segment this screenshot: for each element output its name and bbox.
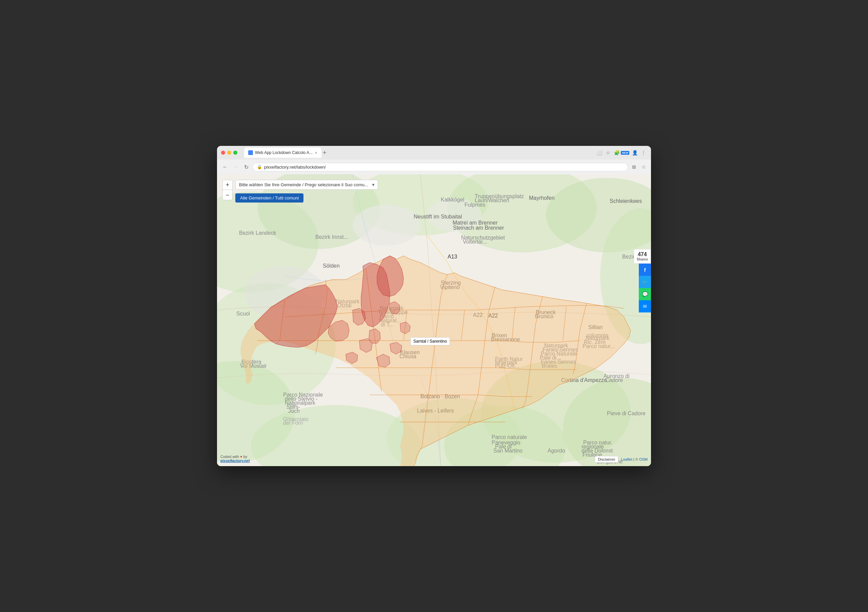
tab-bar: Web App Lockdown Calcolo A... ✕ + [244,148,326,158]
brand-link[interactable]: pixxelfactory.net [220,459,250,463]
browser-window: Web App Lockdown Calcolo A... ✕ + ⬜ ☆ 🧩 … [217,146,651,466]
profile-icon[interactable]: 👤 [631,149,638,156]
zoom-out-button[interactable]: − [222,190,232,200]
twitter-icon: 🐦 [642,280,648,284]
zoom-in-button[interactable]: + [222,180,232,190]
map-background: A13 A22 Mayrhofen Neustift im Stubaital … [217,174,651,466]
refresh-button[interactable]: ↻ [243,163,250,172]
svg-text:Voltertal...: Voltertal... [463,239,487,245]
maximize-traffic-light[interactable] [233,151,237,155]
share-panel: 474 Shares f 🐦 💬 ✉ [634,249,651,312]
osm-link[interactable]: OSM [639,457,648,461]
svg-text:Joch: Joch [288,408,300,414]
whatsapp-icon: 💬 [642,291,648,297]
heart-icon: ♥ [240,455,243,459]
svg-text:Neustift im Stubaital: Neustift im Stubaital [414,214,462,219]
municipality-dropdown[interactable]: Bitte wählen Sie Ihre Gemeinde / Prego s… [235,180,378,190]
all-municipalities-button[interactable]: Alle Gemeinden / Tutti comuni [235,193,304,202]
share-count-box: 474 Shares [634,249,651,264]
svg-text:Bezirk Landeck: Bezirk Landeck [239,230,276,236]
share-count-number: 474 [637,252,648,258]
svg-text:Laun/Walchen: Laun/Walchen [475,197,509,203]
svg-text:Bezirk Innst...: Bezirk Innst... [315,234,348,240]
minimize-traffic-light[interactable] [227,151,231,155]
svg-text:Schleienkees: Schleienkees [610,198,642,204]
svg-text:Mayrhofen: Mayrhofen [529,195,555,201]
title-bar: Web App Lockdown Calcolo A... ✕ + ⬜ ☆ 🧩 … [217,146,651,160]
share-icon[interactable]: ⬜ [596,149,603,156]
map-footer: Coded with ♥ by pixxelfactory.net [220,455,250,463]
menu-icon[interactable]: ⋮ [640,149,647,156]
share-count-label: Shares [637,258,648,261]
leaflet-attribution: Leaflet | © OSM [621,457,648,461]
svg-text:Kalkkögel: Kalkkögel [441,197,464,202]
attribution-separator: | © [633,457,639,461]
map-attribution: Disclaimer Leaflet | © OSM [595,456,648,463]
new-tab-button[interactable]: + [323,150,327,156]
messenger-icon: ✉ [643,304,647,309]
svg-text:A13: A13 [448,254,457,259]
svg-text:Steinach am Brenner: Steinach am Brenner [453,225,504,231]
back-button[interactable]: ← [221,163,229,171]
svg-text:Scuol: Scuol [236,311,250,317]
close-traffic-light[interactable] [221,151,225,155]
address-bar: ← → ↻ 🔒 pixxelfactory.net/labs/lockdown/… [217,160,651,174]
svg-text:Pieve di Cadore: Pieve di Cadore [607,410,646,416]
facebook-icon: f [644,267,646,273]
map-tooltip: Sarntal / Sarentino [410,337,450,345]
disclaimer-button[interactable]: Disclaimer [595,456,618,463]
facebook-share-button[interactable]: f [639,264,651,276]
extension-icon[interactable]: 🧩 [613,149,620,156]
municipality-dropdown-wrapper: Bitte wählen Sie Ihre Gemeinde / Prego s… [235,180,378,190]
footer-coded-text: Coded with [220,455,239,459]
translate-icon[interactable]: ⊞ [631,163,637,170]
footer-by-text: by [243,455,248,459]
traffic-lights [221,151,237,155]
tab-label: Web App Lockdown Calcolo A... [255,150,313,155]
whatsapp-share-button[interactable]: 💬 [639,288,651,300]
svg-text:Parco naturale: Parco naturale [491,434,527,440]
extension-badge: NEW [621,151,629,155]
messenger-share-button[interactable]: ✉ [639,300,651,312]
lock-icon: 🔒 [257,165,262,169]
svg-point-14 [353,205,420,245]
svg-text:Cadore: Cadore [605,377,623,383]
svg-text:Agordo: Agordo [547,448,565,454]
leaflet-link[interactable]: Leaflet [621,457,632,461]
twitter-share-button[interactable]: 🐦 [639,276,651,288]
map-controls: + − [222,180,232,200]
svg-text:del Forn: del Forn [283,420,303,426]
map-container[interactable]: A13 A22 Mayrhofen Neustift im Stubaital … [217,174,651,466]
address-input[interactable]: 🔒 pixxelfactory.net/labs/lockdown/ [253,163,628,171]
forward-button[interactable]: → [232,163,240,171]
svg-text:San Martino: San Martino [493,448,522,454]
tab-close-btn[interactable]: ✕ [315,151,317,155]
tab-favicon [248,150,253,155]
toolbar-icons: ⊞ ☆ [631,163,647,170]
active-tab[interactable]: Web App Lockdown Calcolo A... ✕ [244,148,321,158]
tooltip-text: Sarntal / Sarentino [413,339,447,344]
bookmark-icon[interactable]: ☆ [604,149,611,156]
svg-text:Sölden: Sölden [323,263,340,269]
star-icon[interactable]: ☆ [640,163,647,170]
url-text: pixxelfactory.net/labs/lockdown/ [264,165,326,169]
